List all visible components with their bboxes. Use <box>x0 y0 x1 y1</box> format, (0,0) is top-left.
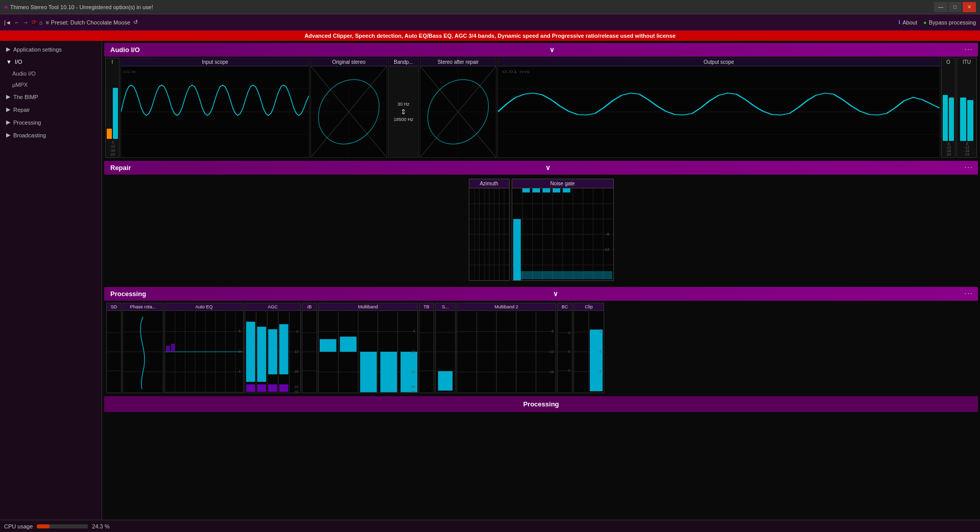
sidebar-item-io[interactable]: ▼ I/O <box>0 56 102 68</box>
svg-text:-6: -6 <box>412 329 415 333</box>
svg-text:-9: -9 <box>599 370 602 373</box>
sidebar-item-audio-io[interactable]: Audio I/O <box>0 68 102 79</box>
sidebar-item-app-settings[interactable]: ▶ Application settings <box>0 43 102 56</box>
nav-back-button[interactable]: ← <box>14 19 20 26</box>
sidebar-item-repair[interactable]: ▶ Repair <box>0 103 102 116</box>
cpu-usage-label: CPU usage <box>4 523 33 529</box>
itu-bar-left <box>960 98 966 141</box>
svg-rect-119 <box>340 336 357 352</box>
svg-text:18: 18 <box>294 370 298 373</box>
noise-gate-panel: Noise gate <box>512 179 614 281</box>
sidebar-sub-label: Audio I/O <box>12 70 36 77</box>
auto-eq-header: Auto EQ <box>165 303 243 311</box>
svg-rect-118 <box>320 339 337 352</box>
input-scope-title: Input scope <box>121 58 309 66</box>
about-label: About <box>902 19 917 26</box>
refresh-button[interactable]: ⟳ <box>32 19 36 26</box>
stereo-repair-panel: Stereo after repair <box>420 58 496 158</box>
titlebar-left: ● Thimeo Stereo Tool 10.10 - Unregistere… <box>4 3 153 11</box>
sd-body <box>107 311 121 393</box>
close-button[interactable]: ✕ <box>963 2 976 12</box>
chevron-down-icon: ∨ <box>553 290 558 298</box>
multiband-svg: -6 -12 -18 -24 -30 <box>319 311 417 393</box>
sidebar-item-processing[interactable]: ▶ Processing <box>0 116 102 129</box>
cpu-bar-background <box>37 524 88 528</box>
svg-rect-160 <box>590 330 603 392</box>
chevron-down-icon: ▼ <box>6 59 12 65</box>
svg-rect-121 <box>380 352 397 392</box>
vu-label-o: O <box>946 59 950 65</box>
chevron-right-icon: ▶ <box>6 106 10 113</box>
svg-text:-6: -6 <box>551 329 554 333</box>
stereo-repair-svg <box>420 66 496 157</box>
preset-icon: ≡ <box>45 19 49 26</box>
vu-label-i: I <box>112 59 113 65</box>
home-button[interactable]: ⌂ <box>39 19 43 26</box>
ib-body <box>302 311 317 393</box>
output-vu-meter: O -6 -12 -18 -24 <box>941 58 955 158</box>
svg-text:6: 6 <box>296 330 298 333</box>
svg-rect-120 <box>360 352 377 392</box>
original-stereo-panel: Original stereo <box>310 58 387 158</box>
audio-io-title: Audio I/O <box>110 46 140 54</box>
s-panel: S... <box>435 303 456 393</box>
cpu-usage-value: 24.3 % <box>92 523 109 529</box>
ib-panel: IB <box>302 303 317 393</box>
sidebar-item-label: I/O <box>15 59 22 65</box>
audio-io-header[interactable]: Audio I/O ∨ · · · <box>104 43 978 57</box>
output-scope-panel: Output scope 0.01 ms <box>497 58 940 158</box>
noise-gate-title: Noise gate <box>512 179 613 188</box>
svg-rect-98 <box>257 384 267 392</box>
bypass-label: Bypass processing <box>929 19 976 26</box>
cpu-bar-fill <box>37 524 49 528</box>
vu-bar-orange-left <box>107 129 112 139</box>
itu-bar-right <box>967 100 973 141</box>
phase-rota-body <box>123 311 163 393</box>
multiband2-panel: Multiband 2 -6 -12 <box>457 303 556 393</box>
reset-button[interactable]: ↺ <box>133 19 138 26</box>
svg-rect-95 <box>268 329 277 374</box>
chevron-right-icon: ▶ <box>6 46 10 53</box>
svg-rect-94 <box>257 327 267 382</box>
sidebar-item-bimp[interactable]: ▶ The BIMP <box>0 90 102 103</box>
svg-text:24: 24 <box>294 385 298 389</box>
about-button[interactable]: ℹ About <box>898 19 917 26</box>
scope-row: I -6 -12 -18 -24 Input scope <box>104 57 978 159</box>
repair-content: Azimuth <box>104 175 978 285</box>
svg-text:0.01 ms: 0.01 ms <box>123 69 136 74</box>
svg-text:-12: -12 <box>603 247 609 252</box>
sidebar: ▶ Application settings ▼ I/O Audio I/O µ… <box>0 41 102 520</box>
bc-panel: BC -3 -6 -9 <box>557 303 572 393</box>
original-stereo-canvas <box>311 66 387 157</box>
azimuth-svg <box>469 188 509 280</box>
svg-text:0: 0 <box>238 350 241 353</box>
minimize-button[interactable]: — <box>934 2 947 12</box>
bypass-button[interactable]: ● Bypass processing <box>923 19 976 26</box>
nav-first-button[interactable]: |◄ <box>4 19 11 26</box>
svg-rect-54 <box>563 188 570 192</box>
app-icon: ● <box>4 3 8 11</box>
toolbar-right: ℹ About ● Bypass processing <box>898 19 976 26</box>
nav-forward-button[interactable]: → <box>23 19 29 26</box>
bandpass-freq-high: 18500 Hz <box>394 117 414 122</box>
repair-header[interactable]: Repair ∨ · · · <box>104 161 978 175</box>
titlebar-controls: — □ ✕ <box>934 2 976 12</box>
chevron-down-icon: ∨ <box>545 164 551 172</box>
phase-rota-svg <box>123 311 163 393</box>
maximize-button[interactable]: □ <box>948 2 962 12</box>
vu-o-right <box>949 98 954 141</box>
clip-body: -3 -6 -9 <box>574 311 604 393</box>
phase-rota-header: Phase rota... <box>123 303 163 311</box>
sidebar-item-broadcasting[interactable]: ▶ Broadcasting <box>0 129 102 141</box>
ib-header: IB <box>302 303 317 311</box>
sidebar-item-umpx[interactable]: µMPX <box>0 79 102 90</box>
section-options: · · · <box>965 165 972 171</box>
processing-header[interactable]: Processing ∨ · · · <box>104 287 978 301</box>
svg-rect-51 <box>532 188 540 192</box>
clip-panel: Clip -3 -6 -9 <box>573 303 604 393</box>
preset-button[interactable]: ≡ Preset: Dutch Chocolate Moose <box>45 19 130 26</box>
svg-text:6: 6 <box>238 329 241 333</box>
svg-text:0.01 ms: 0.01 ms <box>503 69 530 74</box>
svg-text:12: 12 <box>294 350 298 353</box>
chevron-right-icon: ▶ <box>6 132 10 138</box>
